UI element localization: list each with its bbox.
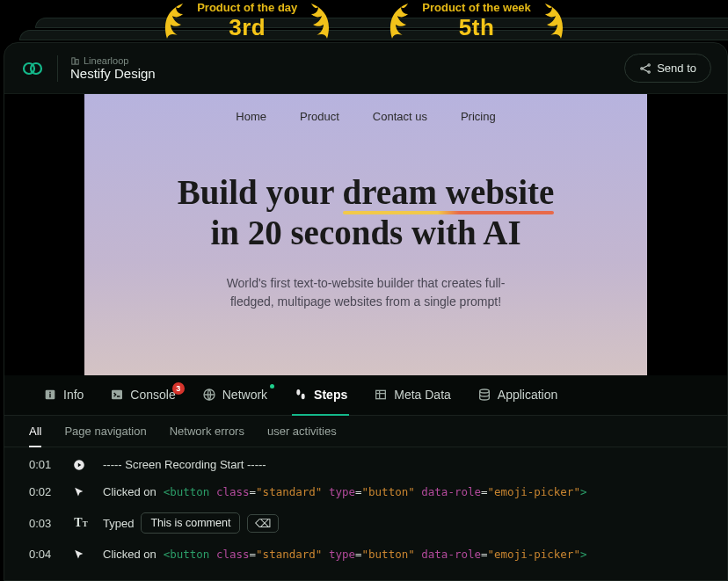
title-block: Linearloop Nestify Design [70,55,156,81]
hero-title-underlined: dream website [343,172,555,213]
svg-rect-9 [49,392,50,393]
hero-title-part1: Build your [178,173,343,211]
tab-network-label: Network [222,388,267,402]
send-to-label: Send to [657,62,696,75]
app-header: Linearloop Nestify Design Send to [4,43,727,94]
hero-sub-line2: fledged, multipage websites from a singl… [178,293,555,311]
step-time: 0:04 [29,548,59,561]
dev-tabs: Info Console 3 Network Steps Meta Data A… [4,375,727,416]
preview-nav-pricing[interactable]: Pricing [461,110,496,123]
tab-info[interactable]: Info [43,388,84,404]
cursor-icon [73,548,89,560]
app-window: Linearloop Nestify Design Send to Home P… [4,42,728,581]
svg-point-15 [479,389,489,393]
application-icon [477,388,491,402]
site-preview: Home Product Contact us Pricing Build yo… [84,94,647,375]
step-prefix: Typed [103,517,134,530]
step-text: ----- Screen Recording Start ----- [103,458,266,471]
tab-network[interactable]: Network [202,388,267,404]
hero-sub: World's first text-to-website builder th… [178,274,555,311]
svg-rect-3 [76,59,78,64]
step-prefix: Clicked on [103,548,157,561]
tab-meta[interactable]: Meta Data [374,388,451,404]
org-icon [70,56,80,66]
hero-sub-line1: World's first text-to-website builder th… [178,274,555,293]
preview-area: Home Product Contact us Pricing Build yo… [4,94,727,375]
window-stack-back [35,18,728,28]
filter-all[interactable]: All [29,425,41,447]
svg-point-13 [302,394,305,400]
filter-tabs: All Page navigation Network errors user … [4,416,727,447]
step-row[interactable]: 0:03 TT Typed This is comment ⌫ [4,505,727,541]
svg-point-6 [648,70,650,72]
info-icon [43,388,57,402]
typed-chip: This is comment [141,512,240,534]
preview-nav-contact[interactable]: Contact us [373,110,427,123]
network-icon [202,388,216,402]
steps-list: 0:01 ----- Screen Recording Start ----- … [4,447,727,580]
tab-application[interactable]: Application [477,388,558,404]
send-to-button[interactable]: Send to [624,54,711,83]
svg-point-1 [31,63,41,74]
step-row[interactable]: 0:01 ----- Screen Recording Start ----- [4,451,727,478]
award-day-label: Product of the day [197,1,297,14]
backspace-icon: ⌫ [247,514,279,533]
step-time: 0:01 [29,458,59,471]
app-logo-icon[interactable] [20,56,45,81]
meta-icon [374,388,388,402]
preview-nav-home[interactable]: Home [236,110,266,123]
preview-nav: Home Product Contact us Pricing [236,110,495,123]
org-name: Linearloop [84,55,128,66]
cursor-icon [73,486,89,497]
step-row[interactable]: 0:04 Clicked on <button class="standard"… [4,541,727,568]
code-snippet: <button class="standard" type="button" d… [164,485,587,498]
hero-title-part2: in 20 seconds with AI [210,214,521,251]
window-stack-mid [19,30,728,40]
step-prefix: Clicked on [103,485,157,498]
filter-network-errors[interactable]: Network errors [170,425,244,447]
step-time: 0:03 [29,517,59,530]
page-title: Nestify Design [70,66,156,81]
tab-application-label: Application [498,388,558,402]
step-content: Clicked on <button class="standard" type… [103,485,586,498]
tab-console-label: Console [130,388,175,402]
preview-nav-product[interactable]: Product [300,110,339,123]
tab-steps[interactable]: Steps [294,388,347,404]
hero: Build your dream website in 20 seconds w… [178,172,555,311]
filter-user-activities[interactable]: user activities [267,425,337,447]
network-indicator [270,384,274,389]
record-icon [73,459,89,471]
svg-rect-10 [112,390,122,400]
console-badge: 3 [172,382,185,395]
svg-point-12 [296,389,300,396]
console-icon [110,388,124,402]
share-icon [639,62,652,75]
svg-point-5 [648,63,650,65]
step-time: 0:02 [29,485,59,498]
code-snippet: <button class="standard" type="button" d… [164,548,587,561]
filter-page-nav[interactable]: Page navigation [64,425,146,447]
steps-icon [294,388,308,402]
svg-rect-2 [72,57,75,63]
step-content: Clicked on <button class="standard" type… [103,548,586,561]
svg-point-4 [641,67,643,69]
award-week-label: Product of the week [422,1,531,14]
tab-info-label: Info [63,388,84,402]
step-content: Typed This is comment ⌫ [103,512,279,534]
step-row[interactable]: 0:02 Clicked on <button class="standard"… [4,478,727,505]
svg-rect-8 [49,394,50,398]
svg-rect-14 [376,390,386,398]
tab-meta-label: Meta Data [394,388,451,402]
hero-title: Build your dream website in 20 seconds w… [178,172,555,253]
tab-console[interactable]: Console 3 [110,388,175,404]
header-divider [57,55,58,82]
tab-steps-label: Steps [314,388,347,402]
type-icon: TT [73,516,89,530]
